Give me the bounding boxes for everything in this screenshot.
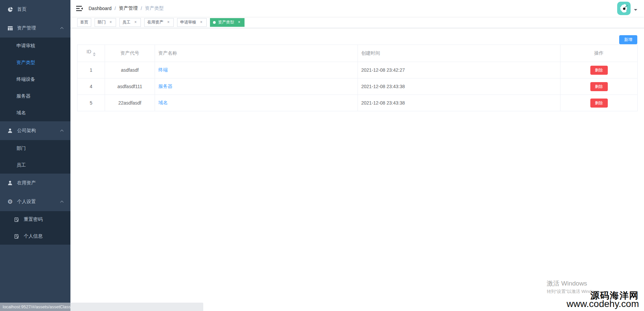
dashboard-icon	[7, 6, 13, 12]
sidebar-item-terminal-device[interactable]: 终端设备	[0, 71, 70, 88]
tab-label: 部门	[98, 19, 106, 25]
tab-staff[interactable]: 员工 ×	[119, 18, 141, 27]
chevron-up-icon	[60, 201, 64, 204]
cell-code: 22asdfasdf	[105, 95, 155, 111]
cell-code: asdfasdf111	[105, 78, 155, 95]
site-watermark-url: www.codehy.com	[567, 299, 639, 309]
sidebar-item-asset-class[interactable]: 资产类型	[0, 54, 70, 71]
sidebar-group-personal-settings[interactable]: ⚙ 个人设置	[0, 192, 70, 211]
gear-icon: ⚙	[7, 199, 13, 205]
add-button[interactable]: 新增	[619, 35, 637, 44]
tab-label: 申请审核	[180, 19, 196, 25]
sidebar-item-reset-password[interactable]: 重置密码	[0, 211, 70, 228]
tab-apply-review[interactable]: 申请审核 ×	[177, 18, 207, 27]
asset-name-link[interactable]: 服务器	[158, 83, 172, 89]
sidebar-group-asset-mgmt[interactable]: 资产管理	[0, 19, 70, 38]
cell-created: 2021-12-08 23:42:27	[358, 62, 560, 78]
tab-home[interactable]: 首页	[77, 18, 91, 27]
asset-name-link[interactable]: 终端	[158, 67, 168, 72]
column-header-actions: 操作	[560, 45, 638, 62]
sidebar-item-domain[interactable]: 域名	[0, 105, 70, 121]
breadcrumb: Dashboard / 资产管理 / 资产类型	[89, 5, 164, 11]
table-row: 5 22asdfasdf 域名 2021-12-08 23:43:38 删除	[77, 95, 638, 111]
submenu-company: 部门 员工	[0, 140, 70, 174]
sidebar-item-in-use-assets[interactable]: 在用资产	[0, 174, 70, 192]
cell-created: 2021-12-08 23:43:38	[358, 78, 560, 95]
column-header-created: 创建时间	[358, 45, 560, 62]
sidebar-item-label: 员工	[16, 162, 26, 168]
cell-id: 1	[77, 62, 105, 78]
submenu-asset-mgmt: 申请审核 资产类型 终端设备 服务器 域名	[0, 38, 70, 121]
sidebar-group-label: 资产管理	[17, 25, 36, 31]
tab-label: 员工	[122, 19, 130, 25]
tags-bar: 首页 部门 × 员工 × 在用资产 × 申请审核 × 资产类型 ×	[70, 17, 644, 28]
close-icon[interactable]: ×	[166, 20, 171, 25]
cell-id: 5	[77, 95, 105, 111]
table-row: 4 asdfasdf111 服务器 2021-12-08 23:43:38 删除	[77, 78, 638, 95]
sidebar-item-staff[interactable]: 员工	[0, 157, 70, 174]
sidebar-item-label: 部门	[16, 145, 26, 151]
delete-button[interactable]: 删除	[590, 82, 608, 91]
tab-asset-class-active[interactable]: 资产类型 ×	[210, 18, 245, 27]
windows-activate-watermark: 激活 Windows	[547, 279, 587, 288]
column-header-code: 资产代号	[105, 45, 155, 62]
browser-status-bar: localhost:9527/#/assets/assetClass	[0, 303, 203, 311]
sidebar-item-home[interactable]: 首页	[0, 0, 70, 19]
cell-code: asdfasdf	[105, 62, 155, 78]
chevron-down-icon[interactable]	[634, 9, 637, 12]
sidebar-item-apply-review[interactable]: 申请审核	[0, 38, 70, 54]
column-header-name: 资产名称	[155, 45, 358, 62]
close-icon[interactable]: ×	[133, 20, 138, 25]
column-label: ID	[87, 49, 91, 54]
column-header-id[interactable]: ID	[77, 45, 105, 62]
chevron-up-icon	[60, 130, 64, 133]
toolbar: 新增	[70, 28, 644, 45]
form-icon	[13, 216, 19, 223]
cell-created: 2021-12-08 23:43:38	[358, 95, 560, 111]
sidebar-item-label: 个人信息	[24, 233, 43, 239]
table-row: 1 asdfasdf 终端 2021-12-08 23:42:27 删除	[77, 62, 638, 78]
user-icon	[7, 180, 13, 186]
hamburger-icon[interactable]	[70, 0, 89, 17]
sidebar-item-label: 终端设备	[16, 76, 35, 82]
submenu-personal: 重置密码 个人信息	[0, 211, 70, 245]
navbar: Dashboard / 资产管理 / 资产类型	[70, 0, 644, 17]
sort-icon[interactable]	[93, 51, 96, 58]
close-icon[interactable]: ×	[108, 20, 113, 25]
form-icon	[13, 233, 19, 239]
sidebar-item-label: 在用资产	[17, 180, 36, 186]
sidebar-group-label: 公司架构	[17, 128, 36, 134]
tab-in-use-assets[interactable]: 在用资产 ×	[144, 18, 174, 27]
breadcrumb-separator: /	[115, 6, 116, 11]
close-icon[interactable]: ×	[199, 20, 204, 25]
active-dot	[213, 21, 216, 24]
delete-button[interactable]: 删除	[590, 66, 608, 75]
sidebar-item-label: 首页	[17, 6, 26, 12]
sidebar-group-company[interactable]: 公司架构	[0, 121, 70, 140]
avatar[interactable]	[617, 2, 631, 15]
sidebar-item-department[interactable]: 部门	[0, 140, 70, 157]
sidebar-item-label: 申请审核	[16, 43, 35, 49]
sidebar-item-label: 资产类型	[16, 60, 35, 66]
cell-id: 4	[77, 78, 105, 95]
asset-class-table: ID 资产代号 资产名称 创建时间 操作 1 asdfasdf 终端 2021-…	[77, 45, 638, 111]
tab-department[interactable]: 部门 ×	[95, 18, 116, 27]
delete-button[interactable]: 删除	[590, 99, 608, 108]
sidebar-item-server[interactable]: 服务器	[0, 88, 70, 105]
sidebar-item-personal-info[interactable]: 个人信息	[0, 228, 70, 245]
tab-label: 首页	[80, 19, 88, 25]
table-icon	[7, 25, 13, 31]
asset-name-link[interactable]: 域名	[158, 100, 168, 105]
breadcrumb-separator: /	[141, 6, 142, 11]
tab-label: 资产类型	[218, 19, 234, 25]
close-icon[interactable]: ×	[237, 20, 241, 25]
breadcrumb-dashboard[interactable]: Dashboard	[89, 6, 112, 11]
sidebar-item-label: 重置密码	[24, 216, 43, 223]
sidebar: 首页 资产管理 申请审核 资产类型 终端设备 服务器 域名	[0, 0, 70, 311]
chevron-up-icon	[60, 27, 64, 30]
user-icon	[7, 128, 13, 134]
breadcrumb-asset-mgmt[interactable]: 资产管理	[119, 5, 138, 11]
breadcrumb-current: 资产类型	[145, 5, 164, 11]
sidebar-group-label: 个人设置	[17, 199, 36, 205]
status-bar-url: localhost:9527/#/assets/assetClass	[3, 303, 71, 311]
